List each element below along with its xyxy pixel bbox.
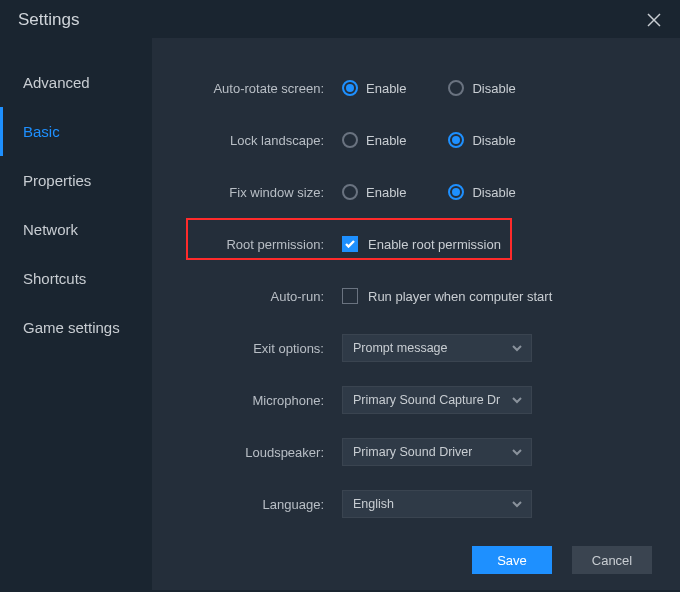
close-icon[interactable] bbox=[644, 10, 664, 30]
label-lock-landscape: Lock landscape: bbox=[192, 133, 342, 148]
sidebar-item-label: Shortcuts bbox=[23, 270, 86, 287]
row-fix-window: Fix window size: Enable Disable bbox=[192, 170, 652, 214]
chevron-down-icon bbox=[511, 396, 523, 404]
checkbox-icon bbox=[342, 236, 358, 252]
save-button[interactable]: Save bbox=[472, 546, 552, 574]
select-value: Primary Sound Driver bbox=[353, 445, 472, 459]
button-label: Save bbox=[497, 553, 527, 568]
sidebar-item-shortcuts[interactable]: Shortcuts bbox=[0, 254, 152, 303]
row-exit-options: Exit options: Prompt message bbox=[192, 326, 652, 370]
radio-label: Enable bbox=[366, 81, 406, 96]
label-language: Language: bbox=[192, 497, 342, 512]
radio-auto-rotate-enable[interactable]: Enable bbox=[342, 80, 406, 96]
label-root-permission: Root permission: bbox=[192, 237, 342, 252]
sidebar-item-label: Properties bbox=[23, 172, 91, 189]
radio-label: Disable bbox=[472, 133, 515, 148]
footer: Save Cancel bbox=[472, 546, 652, 574]
select-value: Prompt message bbox=[353, 341, 447, 355]
label-auto-rotate: Auto-rotate screen: bbox=[192, 81, 342, 96]
select-exit-options[interactable]: Prompt message bbox=[342, 334, 532, 362]
select-loudspeaker[interactable]: Primary Sound Driver bbox=[342, 438, 532, 466]
checkbox-icon bbox=[342, 288, 358, 304]
button-label: Cancel bbox=[592, 553, 632, 568]
radio-label: Disable bbox=[472, 81, 515, 96]
select-microphone[interactable]: Primary Sound Capture Dr bbox=[342, 386, 532, 414]
sidebar-item-game-settings[interactable]: Game settings bbox=[0, 303, 152, 352]
header-title: Settings bbox=[18, 10, 79, 30]
sidebar-item-basic[interactable]: Basic bbox=[0, 107, 152, 156]
chevron-down-icon bbox=[511, 448, 523, 456]
checkbox-label: Run player when computer start bbox=[368, 289, 552, 304]
row-lock-landscape: Lock landscape: Enable Disable bbox=[192, 118, 652, 162]
row-root-permission: Root permission: Enable root permission bbox=[192, 222, 652, 266]
radio-icon bbox=[342, 132, 358, 148]
row-microphone: Microphone: Primary Sound Capture Dr bbox=[192, 378, 652, 422]
label-microphone: Microphone: bbox=[192, 393, 342, 408]
radio-lock-landscape-disable[interactable]: Disable bbox=[448, 132, 515, 148]
row-loudspeaker: Loudspeaker: Primary Sound Driver bbox=[192, 430, 652, 474]
radio-icon bbox=[342, 184, 358, 200]
radio-auto-rotate-disable[interactable]: Disable bbox=[448, 80, 515, 96]
row-auto-run: Auto-run: Run player when computer start bbox=[192, 274, 652, 318]
radio-fix-window-disable[interactable]: Disable bbox=[448, 184, 515, 200]
radio-label: Enable bbox=[366, 185, 406, 200]
sidebar-item-label: Basic bbox=[23, 123, 60, 140]
select-value: Primary Sound Capture Dr bbox=[353, 393, 500, 407]
radio-icon bbox=[448, 184, 464, 200]
radio-fix-window-enable[interactable]: Enable bbox=[342, 184, 406, 200]
header: Settings bbox=[0, 0, 680, 38]
content: Auto-rotate screen: Enable Disable Lock … bbox=[152, 38, 680, 590]
radio-icon bbox=[448, 80, 464, 96]
checkbox-auto-run[interactable]: Run player when computer start bbox=[342, 288, 552, 304]
sidebar-item-label: Network bbox=[23, 221, 78, 238]
row-language: Language: English bbox=[192, 482, 652, 526]
label-loudspeaker: Loudspeaker: bbox=[192, 445, 342, 460]
select-value: English bbox=[353, 497, 394, 511]
sidebar-item-network[interactable]: Network bbox=[0, 205, 152, 254]
checkbox-root-permission[interactable]: Enable root permission bbox=[342, 236, 501, 252]
radio-label: Enable bbox=[366, 133, 406, 148]
radio-label: Disable bbox=[472, 185, 515, 200]
sidebar-item-label: Game settings bbox=[23, 319, 120, 336]
label-fix-window: Fix window size: bbox=[192, 185, 342, 200]
cancel-button[interactable]: Cancel bbox=[572, 546, 652, 574]
radio-icon bbox=[342, 80, 358, 96]
radio-lock-landscape-enable[interactable]: Enable bbox=[342, 132, 406, 148]
radio-icon bbox=[448, 132, 464, 148]
row-auto-rotate: Auto-rotate screen: Enable Disable bbox=[192, 66, 652, 110]
label-auto-run: Auto-run: bbox=[192, 289, 342, 304]
checkbox-label: Enable root permission bbox=[368, 237, 501, 252]
sidebar-item-label: Advanced bbox=[23, 74, 90, 91]
select-language[interactable]: English bbox=[342, 490, 532, 518]
sidebar: Advanced Basic Properties Network Shortc… bbox=[0, 38, 152, 590]
chevron-down-icon bbox=[511, 500, 523, 508]
sidebar-item-advanced[interactable]: Advanced bbox=[0, 58, 152, 107]
chevron-down-icon bbox=[511, 344, 523, 352]
sidebar-item-properties[interactable]: Properties bbox=[0, 156, 152, 205]
label-exit-options: Exit options: bbox=[192, 341, 342, 356]
